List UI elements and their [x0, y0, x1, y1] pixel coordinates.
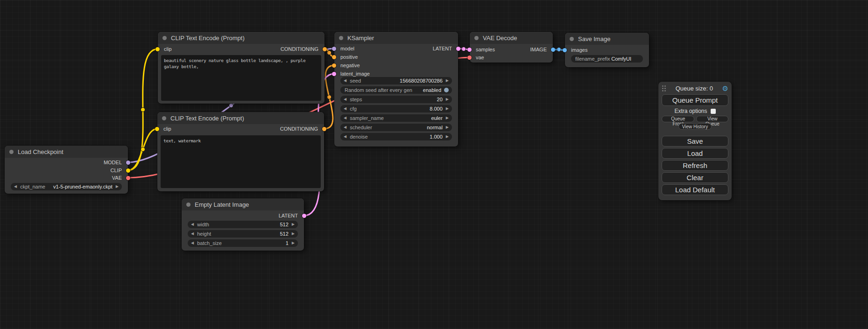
node-clip-text-encode-positive[interactable]: CLIP Text Encode (Prompt) clip CONDITION…: [158, 32, 325, 104]
load-button[interactable]: Load: [662, 148, 728, 159]
input-port-latent-image[interactable]: latent_image: [334, 70, 370, 77]
node-title-bar[interactable]: Load Checkpoint: [5, 146, 128, 158]
widget-denoise[interactable]: ◀ denoise 1.000 ▶: [340, 133, 452, 140]
latent-output-dot[interactable]: [302, 214, 306, 218]
latent-input-dot[interactable]: [332, 72, 336, 76]
refresh-button[interactable]: Refresh: [662, 160, 728, 171]
input-port-samples[interactable]: samples: [470, 46, 495, 53]
clear-button[interactable]: Clear: [662, 172, 728, 183]
widget-random-seed-toggle[interactable]: Random seed after every gen enabled: [340, 86, 452, 94]
input-port-vae[interactable]: vae: [470, 54, 484, 61]
image-input-dot[interactable]: [563, 48, 567, 52]
positive-prompt-textarea[interactable]: beautiful scenery nature glass bottle la…: [161, 55, 321, 101]
extra-options-checkbox[interactable]: [711, 109, 716, 114]
decrement-arrow-icon[interactable]: ◀: [191, 223, 194, 226]
decrement-arrow-icon[interactable]: ◀: [191, 241, 194, 245]
increment-arrow-icon[interactable]: ▶: [446, 98, 449, 101]
widget-steps[interactable]: ◀ steps 20 ▶: [340, 96, 452, 103]
output-port-image[interactable]: IMAGE: [530, 46, 553, 53]
conditioning-input-dot[interactable]: [332, 63, 336, 68]
increment-arrow-icon[interactable]: ▶: [446, 79, 449, 83]
input-port-images[interactable]: images: [565, 47, 587, 54]
node-title-bar[interactable]: CLIP Text Encode (Prompt): [157, 112, 324, 124]
widget-batch-size[interactable]: ◀ batch_size 1 ▶: [188, 239, 298, 247]
widget-cfg[interactable]: ◀ cfg 8.000 ▶: [340, 105, 452, 112]
vae-input-dot[interactable]: [467, 56, 472, 60]
vae-output-dot[interactable]: [126, 176, 130, 180]
widget-seed[interactable]: ◀ seed 156680208700286 ▶: [340, 77, 452, 84]
increment-arrow-icon[interactable]: ▶: [292, 232, 295, 236]
collapse-dot-icon[interactable]: [186, 203, 191, 207]
increment-arrow-icon[interactable]: ▶: [446, 135, 449, 139]
output-port-vae[interactable]: VAE: [112, 175, 128, 182]
output-port-conditioning[interactable]: CONDITIONING: [281, 46, 325, 53]
node-save-image[interactable]: Save Image images filename_prefix ComfyU…: [565, 33, 649, 67]
latent-output-dot[interactable]: [456, 47, 460, 51]
input-port-model[interactable]: model: [334, 45, 354, 52]
load-default-button[interactable]: Load Default: [662, 184, 728, 195]
conditioning-output-dot[interactable]: [323, 47, 327, 51]
node-ksampler[interactable]: KSampler model positive negative latent_…: [334, 32, 458, 147]
toggle-on-dot[interactable]: [444, 88, 449, 92]
drag-handle-icon[interactable]: [662, 85, 666, 92]
node-vae-decode[interactable]: VAE Decode samples vae IMAGE: [470, 32, 553, 63]
settings-gear-icon[interactable]: ⚙: [722, 85, 728, 92]
input-port-clip[interactable]: clip: [158, 46, 172, 53]
collapse-dot-icon[interactable]: [339, 36, 343, 40]
collapse-dot-icon[interactable]: [570, 37, 574, 41]
collapse-dot-icon[interactable]: [474, 36, 479, 40]
widget-filename-prefix[interactable]: filename_prefix ComfyUI: [571, 55, 643, 63]
output-port-clip[interactable]: CLIP: [111, 167, 128, 174]
widget-ckpt-name[interactable]: ◀ ckpt_name v1-5-pruned-emaonly.ckpt ▶: [11, 183, 122, 190]
decrement-arrow-icon[interactable]: ◀: [191, 232, 194, 236]
clip-input-dot[interactable]: [155, 127, 159, 131]
collapse-dot-icon[interactable]: [162, 36, 167, 40]
collapse-dot-icon[interactable]: [162, 116, 166, 120]
decrement-arrow-icon[interactable]: ◀: [344, 79, 346, 83]
decrement-arrow-icon[interactable]: ◀: [344, 98, 346, 101]
view-history-button[interactable]: View History: [678, 123, 712, 130]
increment-arrow-icon[interactable]: ▶: [446, 107, 449, 111]
output-port-conditioning[interactable]: CONDITIONING: [280, 126, 324, 133]
output-port-model[interactable]: MODEL: [104, 159, 128, 166]
increment-arrow-icon[interactable]: ▶: [292, 223, 295, 226]
clip-input-dot[interactable]: [155, 47, 160, 51]
model-output-dot[interactable]: [126, 161, 130, 165]
widget-width[interactable]: ◀ width 512 ▶: [188, 221, 298, 228]
clip-output-dot[interactable]: [126, 168, 130, 173]
node-canvas[interactable]: Load Checkpoint MODEL CLIP VAE ◀ ckpt_na…: [0, 0, 868, 329]
input-port-clip[interactable]: clip: [157, 126, 171, 133]
node-title-bar[interactable]: KSampler: [334, 32, 458, 44]
queue-prompt-button[interactable]: Queue Prompt: [662, 94, 728, 106]
latent-input-dot[interactable]: [467, 48, 472, 52]
increment-arrow-icon[interactable]: ▶: [116, 185, 119, 189]
view-queue-button[interactable]: View Queue: [696, 116, 728, 122]
save-button[interactable]: Save: [662, 136, 728, 147]
widget-height[interactable]: ◀ height 512 ▶: [188, 230, 298, 238]
queue-front-button[interactable]: Queue Front: [662, 116, 694, 122]
input-port-negative[interactable]: negative: [334, 62, 360, 69]
node-title-bar[interactable]: Empty Latent Image: [182, 198, 304, 210]
negative-prompt-textarea[interactable]: text, watermark: [161, 135, 321, 188]
output-port-latent[interactable]: LATENT: [279, 212, 304, 219]
node-title-bar[interactable]: VAE Decode: [470, 32, 553, 44]
conditioning-output-dot[interactable]: [322, 127, 326, 131]
decrement-arrow-icon[interactable]: ◀: [344, 126, 346, 129]
input-port-positive[interactable]: positive: [334, 54, 358, 61]
decrement-arrow-icon[interactable]: ◀: [344, 116, 346, 120]
widget-scheduler[interactable]: ◀ scheduler normal ▶: [340, 124, 452, 131]
decrement-arrow-icon[interactable]: ◀: [344, 107, 346, 111]
node-title-bar[interactable]: CLIP Text Encode (Prompt): [158, 32, 325, 44]
node-title-bar[interactable]: Save Image: [565, 33, 649, 45]
increment-arrow-icon[interactable]: ▶: [446, 126, 449, 129]
node-clip-text-encode-negative[interactable]: CLIP Text Encode (Prompt) clip CONDITION…: [157, 112, 324, 191]
conditioning-input-dot[interactable]: [332, 55, 336, 59]
decrement-arrow-icon[interactable]: ◀: [14, 185, 17, 189]
node-load-checkpoint[interactable]: Load Checkpoint MODEL CLIP VAE ◀ ckpt_na…: [5, 146, 128, 194]
model-input-dot[interactable]: [332, 47, 336, 51]
image-output-dot[interactable]: [551, 48, 555, 52]
output-port-latent[interactable]: LATENT: [433, 45, 458, 52]
increment-arrow-icon[interactable]: ▶: [446, 116, 449, 120]
node-empty-latent-image[interactable]: Empty Latent Image LATENT ◀ width 512 ▶ …: [182, 198, 304, 251]
decrement-arrow-icon[interactable]: ◀: [344, 135, 346, 139]
